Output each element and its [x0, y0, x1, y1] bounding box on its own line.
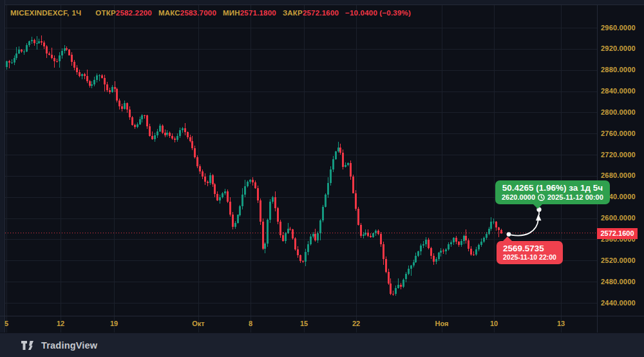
price-tick-label: 2600.0000: [601, 214, 636, 222]
low-label: МИН: [223, 9, 240, 17]
tradingview-logo-icon[interactable]: [21, 340, 35, 351]
low-value: 2571.1800: [240, 9, 276, 17]
time-tick-label: 22: [352, 320, 360, 327]
price-tick-label: 2920.0000: [601, 44, 636, 52]
close-label: ЗАКР: [283, 9, 303, 17]
time-tick-label: Окт: [192, 320, 204, 327]
open-value: 2582.2200: [116, 9, 152, 17]
anchor-dot: [507, 232, 511, 236]
gridlines: [0, 5, 597, 333]
clock-icon: [538, 194, 545, 201]
price-tick-label: 2520.0000: [601, 256, 636, 264]
frame-left: [0, 0, 5, 333]
price-tick-label: 2680.0000: [601, 171, 636, 179]
tradingview-logo-text[interactable]: TradingView: [41, 340, 97, 351]
time-tick-label: 5: [5, 320, 8, 327]
price-axis-separator: [597, 5, 598, 333]
time-tick-label: 19: [110, 320, 118, 327]
time-tick-label: 10: [490, 320, 498, 327]
change-value: −10.0400 (−0.39%): [345, 9, 411, 17]
tradingview-widget: MICEXINDEXCF,1ЧОТКР2582.2200МАКС2583.700…: [0, 0, 644, 357]
time-tick-label: 15: [300, 320, 308, 327]
gain-tooltip-price: 2620.0000: [502, 193, 535, 201]
gain-projection-tooltip: 50.4265 (1.96%) за 1д 5ч 2620.0000 2025-…: [495, 180, 610, 204]
price-tick-label: 2760.0000: [601, 130, 636, 137]
frame-top: [0, 0, 644, 5]
price-tick-label: 2440.0000: [601, 299, 636, 307]
interval-label[interactable]: 1Ч: [71, 9, 81, 17]
anchor-tooltip-time: 2025-11-10 22:00: [503, 253, 556, 261]
anchor-tooltip-price: 2569.5735: [503, 244, 556, 253]
time-tick-label: 13: [557, 320, 565, 327]
time-axis-separator: [0, 316, 644, 316]
attribution-bar: TradingView: [0, 333, 644, 357]
time-tick-label: Ноя: [435, 320, 449, 327]
last-price-badge: 2572.1600: [597, 228, 638, 239]
price-tick-label: 2800.0000: [601, 108, 636, 116]
symbol-legend[interactable]: MICEXINDEXCF,1ЧОТКР2582.2200МАКС2583.700…: [10, 9, 411, 17]
candles: [1, 35, 502, 295]
price-tick-label: 2480.0000: [601, 278, 636, 285]
open-label: ОТКР: [95, 9, 115, 17]
price-tick-label: 2880.0000: [601, 66, 636, 73]
time-tick-label: 12: [57, 320, 64, 327]
price-tick-label: 2840.0000: [601, 87, 636, 95]
price-tick-label: 2960.0000: [601, 24, 636, 32]
anchor-price-tooltip: 2569.5735 2025-11-10 22:00: [497, 241, 563, 264]
gain-tooltip-title: 50.4265 (1.96%) за 1д 5ч: [502, 183, 603, 193]
price-tick-label: 2720.0000: [601, 151, 636, 159]
high-value: 2583.7000: [180, 9, 216, 17]
projection-annotation[interactable]: [507, 207, 542, 236]
high-label: МАКС: [158, 9, 180, 17]
close-value: 2572.1600: [303, 9, 339, 17]
candlestick-chart[interactable]: [0, 0, 644, 357]
time-tick-label: 8: [249, 320, 252, 327]
gain-tooltip-time: 2025-11-12 00:00: [547, 193, 603, 201]
symbol-name[interactable]: MICEXINDEXCF,: [10, 9, 69, 17]
